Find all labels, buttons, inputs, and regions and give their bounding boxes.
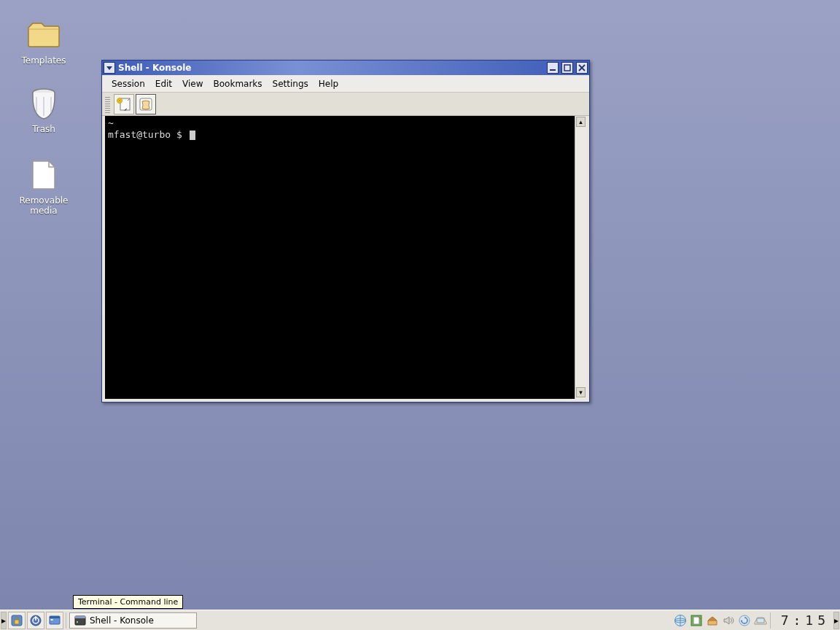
terminal-icon [74,615,86,626]
toolbar-grip[interactable] [105,96,110,113]
tray-updates-icon[interactable] [737,613,752,628]
window-title: Shell - Konsole [117,63,545,73]
taskbar-entry-konsole[interactable]: Shell - Konsole [69,612,197,629]
menu-view[interactable]: View [177,77,208,91]
tray-network-icon[interactable] [673,613,688,628]
lock-screen-button[interactable] [8,612,26,629]
desktop-icon-label: Templates [9,55,79,66]
show-desktop-button[interactable] [46,612,63,629]
desktop-icon-templates[interactable]: Templates [9,18,79,66]
menu-bar: Session Edit View Bookmarks Settings Hel… [102,75,589,93]
menu-session[interactable]: Session [106,77,150,91]
svg-rect-1 [550,69,556,71]
taskbar: ▸ Shell - Konsole [0,610,840,630]
svg-rect-21 [757,618,764,623]
svg-rect-15 [75,616,85,618]
maximize-button[interactable] [561,62,573,74]
svg-rect-19 [693,617,699,624]
terminal-prompt: mfast@turbo $ [108,129,188,140]
menu-settings[interactable]: Settings [268,77,314,91]
terminal-output[interactable]: ~ mfast@turbo $ [105,116,575,399]
svg-point-20 [739,615,750,626]
toolbar [102,93,589,116]
logout-button[interactable] [27,612,44,629]
separator [770,612,771,629]
taskbar-expander-left[interactable]: ▸ [1,612,7,629]
menu-help[interactable]: Help [314,77,343,91]
svg-rect-7 [15,620,19,624]
menu-edit[interactable]: Edit [150,77,177,91]
tooltip: Terminal - Command line [73,595,183,609]
tray-volume-icon[interactable] [721,613,736,628]
system-tray [672,610,769,630]
tray-display-icon[interactable] [753,613,768,628]
vertical-scrollbar[interactable]: ▴ ▾ [575,116,586,399]
desktop-icon-removable-media[interactable]: Removable media [9,158,79,216]
svg-rect-13 [51,619,53,621]
window-menu-button[interactable] [104,62,115,74]
tray-clipboard-icon[interactable] [689,613,704,628]
desktop-icon-label: Trash [9,124,79,134]
tab-shell-button[interactable] [136,94,156,114]
svg-rect-2 [564,65,570,71]
taskbar-entry-label: Shell - Konsole [90,615,154,626]
quicklaunch [7,610,64,630]
terminal-line: ~ [108,117,114,128]
svg-rect-10 [35,616,36,621]
desktop-icon-trash[interactable]: Trash [9,86,79,134]
trash-icon [26,86,61,121]
tray-home-icon[interactable] [705,613,720,628]
new-tab-button[interactable] [114,94,134,114]
scroll-down-button[interactable]: ▾ [576,387,586,397]
page-icon [26,158,61,192]
desktop-icon-label: Removable media [9,195,79,216]
close-button[interactable] [576,62,588,74]
konsole-window: Shell - Konsole Session Edit View Bookma… [101,60,590,402]
terminal-container: ~ mfast@turbo $ ▴ ▾ [105,116,586,399]
scroll-up-button[interactable]: ▴ [576,117,586,127]
svg-rect-12 [50,616,60,618]
folder-icon [26,18,61,52]
taskbar-expander-right[interactable]: ▸ [833,612,839,629]
terminal-cursor [190,131,195,140]
separator [66,612,66,629]
menu-bookmarks[interactable]: Bookmarks [209,77,268,91]
window-titlebar[interactable]: Shell - Konsole [102,61,589,75]
taskbar-clock[interactable]: 7:15 [772,612,833,628]
minimize-button[interactable] [547,62,559,74]
